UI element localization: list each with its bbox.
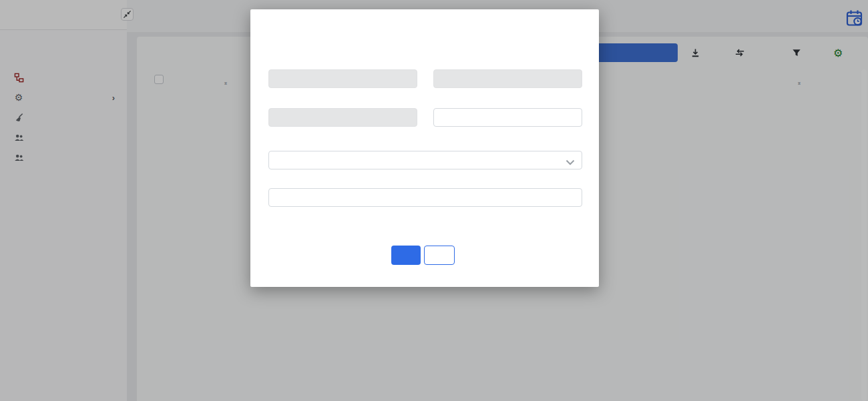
- save-button[interactable]: [391, 246, 421, 265]
- fo-person-field: [268, 108, 417, 127]
- current-status-field: [268, 69, 417, 88]
- description-label: [268, 177, 270, 187]
- room-discrepancy-modal: [250, 9, 599, 287]
- close-button[interactable]: [424, 246, 455, 265]
- previous-status-field: [433, 69, 582, 88]
- hk-person-field[interactable]: [433, 108, 582, 127]
- room-management-app: ⚙ ›: [0, 0, 868, 401]
- reason-select[interactable]: [268, 151, 582, 169]
- description-field[interactable]: [268, 188, 582, 207]
